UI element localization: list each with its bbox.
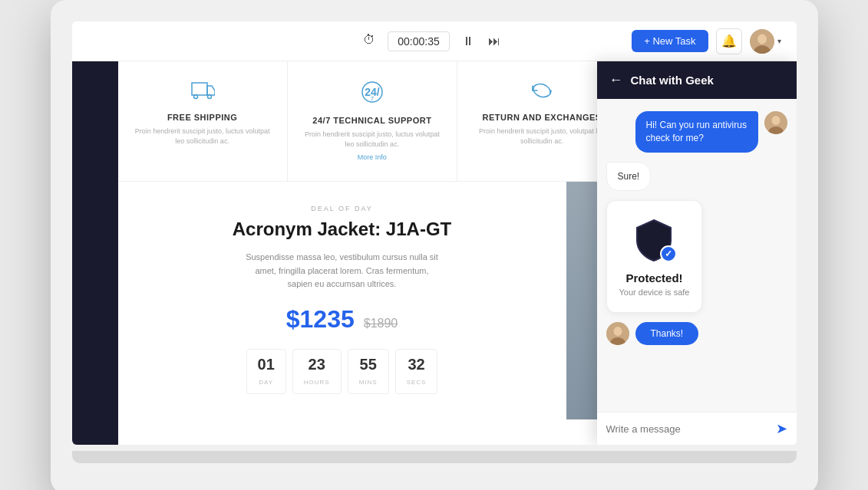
avatar-icon — [750, 29, 774, 54]
countdown-hours: 23 HOURS — [292, 349, 342, 394]
chat-title: Chat with Geek — [631, 74, 714, 87]
message-row-protected: ✓ Protected! Your device is safe — [606, 200, 787, 313]
timer-section: ⏱ 00:00:35 ⏸ ⏭ — [363, 31, 505, 52]
svg-point-1 — [757, 34, 767, 44]
avatar-button[interactable]: ▾ — [750, 29, 781, 54]
user-avatar-thanks — [606, 322, 629, 345]
feature-desc: Proin hendrerit suscipit justo, luctus v… — [300, 130, 444, 149]
svg-point-20 — [771, 116, 780, 125]
laptop-screen: ⏱ 00:00:35 ⏸ ⏭ + New Task 🔔 — [72, 21, 797, 445]
support-icon: 24/ 7 — [300, 80, 444, 110]
countdown: 01 DAY 23 HOURS 55 MINS — [246, 349, 438, 394]
countdown-mins: 55 MINS — [348, 349, 389, 394]
protected-sub: Your device is safe — [619, 288, 690, 297]
chat-input[interactable] — [606, 423, 770, 435]
avatar-chevron: ▾ — [777, 37, 781, 45]
message-bubble-sure: Sure! — [606, 162, 652, 192]
timer-display: 00:00:35 — [388, 31, 450, 51]
message-row-bot-sure: Sure! — [606, 162, 787, 192]
message-row-user: Hi! Can you run antivirus check for me? — [606, 111, 787, 153]
returns-icon — [470, 80, 614, 107]
deal-pricing: $1235 $1890 — [286, 305, 398, 334]
deal-text-area: DEAL OF DAY Acronym Jacket: J1A-GT Suspe… — [118, 182, 566, 419]
chat-panel: ← Chat with Geek Hi! Can you — [597, 61, 797, 445]
notification-button[interactable]: 🔔 — [716, 28, 742, 54]
chat-header: ← Chat with Geek — [597, 61, 797, 99]
avatar — [750, 29, 774, 54]
svg-text:7: 7 — [371, 95, 375, 102]
svg-point-3 — [193, 95, 197, 99]
feature-free-shipping: FREE SHIPPING Proin hendrerit suscipit j… — [118, 61, 288, 181]
top-bar-right: + New Task 🔔 ▾ — [632, 28, 781, 54]
countdown-days: 01 DAY — [246, 349, 286, 394]
feature-desc: Proin hendrerit suscipit justo, luctus v… — [130, 127, 275, 146]
feature-desc: Proin hendrerit suscipit justo, volutpat… — [470, 127, 614, 146]
deal-label: DEAL OF DAY — [311, 205, 373, 212]
deal-price-old: $1890 — [364, 317, 398, 331]
timer-controls: ⏸ ⏭ — [457, 31, 505, 52]
new-task-button[interactable]: + New Task — [632, 30, 708, 52]
feature-title: RETURN AND EXCHANGES — [470, 113, 614, 122]
shipping-icon — [130, 80, 275, 107]
chat-back-button[interactable]: ← — [609, 72, 623, 88]
protected-card: ✓ Protected! Your device is safe — [606, 200, 703, 313]
top-bar: ⏱ 00:00:35 ⏸ ⏭ + New Task 🔔 — [72, 21, 797, 61]
countdown-secs: 32 SECS — [395, 349, 438, 394]
chat-input-row: ➤ — [597, 412, 797, 445]
protected-title: Protected! — [619, 271, 690, 284]
svg-point-23 — [613, 327, 622, 336]
thanks-row: Thanks! — [606, 322, 787, 345]
laptop-frame: ⏱ 00:00:35 ⏸ ⏭ + New Task 🔔 — [51, 0, 818, 490]
laptop-base — [72, 451, 797, 463]
deal-desc: Suspendisse massa leo, vestibulum cursus… — [243, 251, 442, 291]
main-content: FREE SHIPPING Proin hendrerit suscipit j… — [72, 61, 797, 445]
message-bubble-user: Hi! Can you run antivirus check for me? — [635, 111, 758, 153]
feature-title: FREE SHIPPING — [130, 113, 275, 122]
sidebar — [72, 61, 118, 445]
thanks-button[interactable]: Thanks! — [635, 322, 699, 345]
next-button[interactable]: ⏭ — [484, 31, 505, 52]
pause-button[interactable]: ⏸ — [457, 31, 479, 52]
user-avatar — [764, 111, 787, 134]
deal-title: Acronym Jacket: J1A-GT — [233, 219, 451, 240]
feature-title: 24/7 TECHNICAL SUPPORT — [300, 116, 444, 125]
svg-point-4 — [207, 95, 211, 99]
chat-messages: Hi! Can you run antivirus check for me? … — [597, 99, 797, 412]
deal-price-current: $1235 — [286, 305, 355, 334]
feature-technical-support: 24/ 7 24/7 TECHNICAL SUPPORT Proin hendr… — [288, 61, 457, 181]
shield-container: ✓ — [631, 216, 677, 262]
chat-send-button[interactable]: ➤ — [776, 420, 787, 437]
more-info-link[interactable]: More Info — [358, 153, 387, 161]
timer-icon: ⏱ — [363, 33, 380, 50]
